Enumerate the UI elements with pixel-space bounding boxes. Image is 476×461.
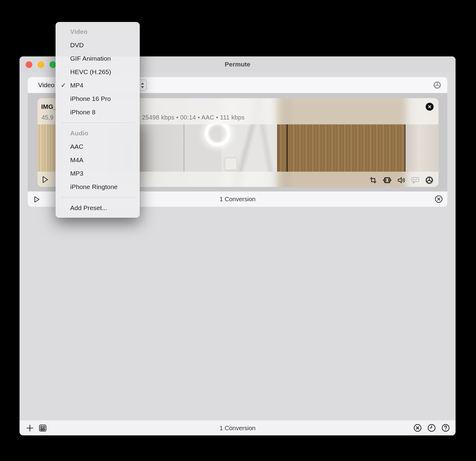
menu-divider [60, 197, 135, 198]
menu-item-m4a[interactable]: M4A [56, 153, 140, 167]
bottom-status-text: 1 Conversion [20, 420, 456, 436]
menu-section-header-audio: Audio [56, 127, 140, 140]
menu-item-add-preset[interactable]: Add Preset... [56, 201, 140, 215]
preset-dropdown-menu: Video DVD GIF Animation HEVC (H.265) ✓ M… [56, 22, 140, 218]
help-button[interactable] [441, 423, 450, 432]
remove-item-button[interactable] [426, 103, 434, 111]
video-frame-light-switch [224, 157, 238, 171]
volume-icon[interactable] [397, 176, 406, 184]
item-media-details: • 25498 kbps • 00:14 • AAC • 111 kbps [138, 114, 245, 121]
preset-settings-gear-icon[interactable] [433, 80, 442, 90]
bottom-toolbar: 1 Conversion [20, 420, 456, 435]
clear-queue-button[interactable] [435, 195, 443, 203]
checkmark-icon: ✓ [61, 79, 66, 92]
popup-stepper-icon [139, 81, 146, 90]
item-play-icon[interactable] [41, 175, 49, 184]
crop-icon[interactable] [369, 176, 377, 184]
menu-item-hevc[interactable]: HEVC (H.265) [56, 65, 140, 79]
subtitles-icon[interactable] [411, 176, 420, 184]
menu-item-iphone-16-pro[interactable]: iPhone 16 Pro [56, 92, 140, 105]
history-clock-icon[interactable] [427, 423, 436, 432]
cancel-all-button[interactable] [413, 423, 422, 432]
menu-item-gif-animation[interactable]: GIF Animation [56, 52, 140, 65]
item-settings-gear-icon[interactable] [425, 176, 434, 185]
close-x-icon [428, 105, 431, 109]
item-file-size: 45,9 [41, 114, 53, 121]
menu-section-header-video: Video [56, 25, 140, 38]
screenshot-stage: Permute Video [0, 0, 476, 461]
trim-icon[interactable] [382, 176, 392, 184]
menu-item-iphone-ringtone[interactable]: iPhone Ringtone [56, 180, 140, 194]
menu-item-iphone-8[interactable]: iPhone 8 [56, 105, 140, 119]
video-frame-ring-light [205, 121, 230, 146]
menu-item-dvd[interactable]: DVD [56, 38, 140, 52]
menu-item-mp3[interactable]: MP3 [56, 167, 140, 180]
item-filename: IMG_ [41, 103, 57, 110]
menu-divider [60, 123, 135, 123]
menu-item-mp4[interactable]: ✓ MP4 [56, 79, 140, 92]
preset-category-label: Video [38, 77, 54, 93]
menu-item-aac[interactable]: AAC [56, 140, 140, 153]
